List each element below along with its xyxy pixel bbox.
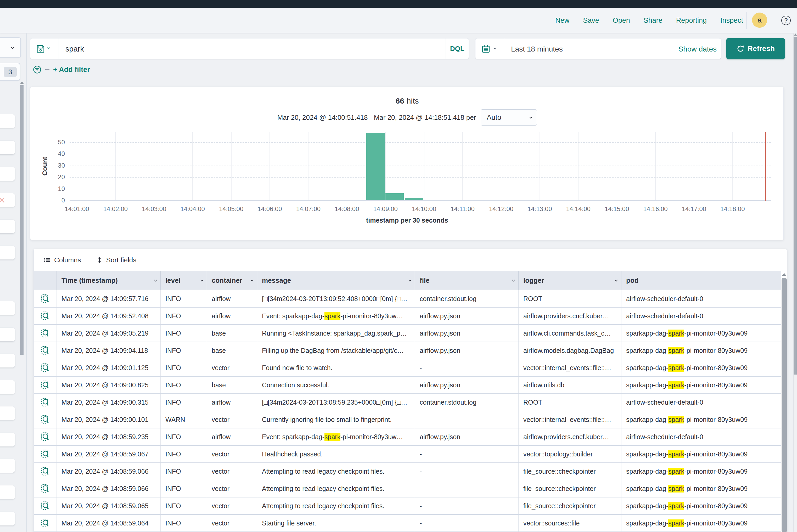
field-card[interactable] xyxy=(0,141,15,154)
cell-pod: sparkapp-dag-spark-pi-monitor-80y3uw09 xyxy=(622,359,781,376)
cell-message: Found new file to watch. xyxy=(257,359,415,376)
query-language-button[interactable]: DQL xyxy=(446,38,469,59)
field-card[interactable] xyxy=(0,193,15,207)
field-card[interactable] xyxy=(0,486,15,499)
sort-fields-button[interactable]: Sort fields xyxy=(96,256,136,264)
saved-query-chevron-icon[interactable] xyxy=(47,46,50,49)
page-scrollbar[interactable] xyxy=(794,37,797,375)
query-input[interactable]: spark xyxy=(66,45,84,53)
table-scrollbar[interactable] xyxy=(782,278,787,532)
filter-row: + Add filter xyxy=(33,65,90,74)
field-card[interactable] xyxy=(0,220,15,233)
inspect-document-icon[interactable] xyxy=(34,325,57,342)
field-card[interactable] xyxy=(0,433,15,446)
column-header-container[interactable]: container xyxy=(207,271,257,290)
inspect-document-icon[interactable] xyxy=(34,515,57,531)
field-card[interactable] xyxy=(0,246,15,260)
column-header-file[interactable]: file xyxy=(415,271,519,290)
collapse-sidebar-button[interactable] xyxy=(0,37,21,58)
show-dates-button[interactable]: Show dates xyxy=(679,45,717,53)
field-card[interactable] xyxy=(0,354,15,367)
inspect-document-icon[interactable] xyxy=(34,342,57,359)
histogram-bar[interactable] xyxy=(385,193,404,201)
refresh-button[interactable]: Refresh xyxy=(726,38,785,59)
inspect-document-icon[interactable] xyxy=(34,480,57,497)
inspect-document-icon[interactable] xyxy=(34,290,57,307)
cell-file: - xyxy=(415,463,519,480)
cell-container: vector xyxy=(207,463,257,480)
remove-icon[interactable] xyxy=(0,197,5,204)
cell-file: airflow.py.json xyxy=(415,325,519,342)
column-header-pod[interactable]: pod xyxy=(622,271,781,290)
table-scroll-up-icon[interactable] xyxy=(782,273,786,276)
chevron-down-icon[interactable] xyxy=(154,279,157,281)
cell-message: Running <TaskInstance: sparkapp_dag.spar… xyxy=(257,325,415,342)
nav-link-reporting[interactable]: Reporting xyxy=(676,17,707,24)
nav-link-open[interactable]: Open xyxy=(613,17,630,24)
cell-container: airflow xyxy=(207,394,257,411)
time-range-value[interactable]: Last 18 minutes xyxy=(511,45,563,53)
calendar-icon[interactable] xyxy=(481,44,490,54)
page-scroll-up-icon[interactable] xyxy=(794,34,797,36)
interval-select[interactable]: Auto xyxy=(481,109,537,126)
column-header-message[interactable]: message xyxy=(257,271,415,290)
nav-link-new[interactable]: New xyxy=(555,17,569,24)
chart-gridline-horizontal xyxy=(70,142,771,143)
sidebar-scroll-up-icon[interactable] xyxy=(20,82,24,84)
histogram-bar[interactable] xyxy=(405,198,423,201)
highlight-term: spark xyxy=(668,485,684,493)
cell-container: vector xyxy=(207,411,257,428)
nav-link-share[interactable]: Share xyxy=(644,17,663,24)
highlight-term: spark xyxy=(668,416,684,423)
avatar[interactable]: a xyxy=(752,13,767,28)
inspect-document-icon[interactable] xyxy=(34,359,57,376)
filter-icon[interactable] xyxy=(33,65,42,74)
table-row: Mar 20, 2024 @ 14:09:01.125INFOvectorFou… xyxy=(34,359,781,376)
inspect-document-icon[interactable] xyxy=(34,411,57,428)
field-card[interactable] xyxy=(0,380,15,394)
field-card[interactable] xyxy=(0,406,15,420)
columns-button[interactable]: Columns xyxy=(44,256,81,264)
header-divider xyxy=(746,12,746,29)
nav-link-inspect[interactable]: Inspect xyxy=(720,17,743,24)
cell-pod: sparkapp-dag-spark-pi-monitor-80y3uw09 xyxy=(622,515,781,531)
cell-time: Mar 20, 2024 @ 14:09:52.408 xyxy=(57,308,161,324)
field-card[interactable] xyxy=(0,301,15,315)
query-bar: spark DQL xyxy=(30,38,469,59)
add-filter-button[interactable]: + Add filter xyxy=(53,65,90,74)
column-header-label: logger xyxy=(523,277,544,285)
refresh-label: Refresh xyxy=(747,44,775,53)
column-header-level[interactable]: level xyxy=(161,271,207,290)
chevron-down-icon[interactable] xyxy=(615,279,618,281)
column-header-time-timestamp-[interactable]: Time (timestamp) xyxy=(57,271,161,290)
sidebar-scrollbar[interactable] xyxy=(20,85,23,355)
field-card[interactable] xyxy=(0,459,15,473)
chevron-down-icon[interactable] xyxy=(408,279,411,281)
inspect-document-icon[interactable] xyxy=(34,429,57,445)
help-glyph: ? xyxy=(784,17,788,24)
inspect-document-icon[interactable] xyxy=(34,308,57,324)
inspect-document-icon[interactable] xyxy=(34,377,57,393)
chevron-down-icon[interactable] xyxy=(251,279,254,281)
cell-level: INFO xyxy=(161,429,207,445)
inspect-document-icon[interactable] xyxy=(34,394,57,411)
column-header-logger[interactable]: logger xyxy=(519,271,622,290)
inspect-document-icon[interactable] xyxy=(34,463,57,480)
inspect-document-icon[interactable] xyxy=(34,497,57,514)
inspect-document-icon[interactable] xyxy=(34,446,57,462)
cell-message: Connection successful. xyxy=(257,377,415,393)
save-query-icon[interactable] xyxy=(36,44,45,54)
nav-link-save[interactable]: Save xyxy=(583,17,599,24)
field-card[interactable] xyxy=(0,512,15,526)
histogram-bar[interactable] xyxy=(366,133,385,201)
browser-dark-bar xyxy=(0,0,797,8)
field-card[interactable] xyxy=(0,328,15,341)
x-axis-tick-label: 14:11:00 xyxy=(444,205,481,213)
sort-fields-label: Sort fields xyxy=(106,256,136,264)
date-chevron-icon[interactable] xyxy=(494,46,497,50)
chevron-down-icon[interactable] xyxy=(200,279,203,281)
chevron-down-icon[interactable] xyxy=(512,279,515,281)
field-card[interactable] xyxy=(0,114,15,128)
help-icon[interactable]: ? xyxy=(781,16,791,25)
field-card[interactable] xyxy=(0,167,15,181)
